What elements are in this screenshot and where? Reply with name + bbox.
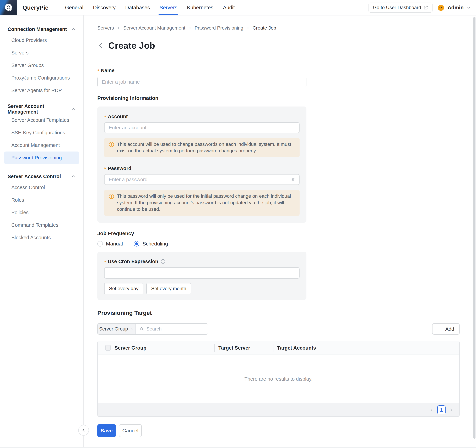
empty-results-text: There are no results to display. xyxy=(244,376,313,382)
sidebar-item-roles[interactable]: Roles xyxy=(0,194,83,206)
table-empty-state: There are no results to display. xyxy=(98,355,459,403)
warning-icon xyxy=(109,194,114,212)
select-all-checkbox[interactable] xyxy=(105,345,111,351)
required-asterisk: * xyxy=(104,114,106,120)
chevron-left-icon xyxy=(81,428,86,433)
chevron-up-icon xyxy=(71,27,76,31)
nav-tab-discovery[interactable]: Discovery xyxy=(93,0,116,15)
required-asterisk: * xyxy=(104,166,106,171)
sidebar-item-servers[interactable]: Servers xyxy=(0,47,83,59)
set-every-month-button[interactable]: Set every month xyxy=(146,283,191,294)
sidebar-item-server-groups[interactable]: Server Groups xyxy=(0,59,83,72)
cancel-button[interactable]: Cancel xyxy=(119,424,142,437)
page-title: Create Job xyxy=(108,40,155,51)
cron-label: * Use Cron Expression xyxy=(104,258,300,265)
provisioning-target-toolbar: Server Group Add xyxy=(97,323,460,335)
radio-scheduling[interactable]: Scheduling xyxy=(134,241,168,247)
sidebar-section-header-server-access-control[interactable]: Server Access Control xyxy=(0,171,83,181)
querypie-logo-icon xyxy=(4,3,13,12)
set-every-day-button[interactable]: Set every day xyxy=(104,283,143,294)
chevron-left-icon xyxy=(97,42,104,50)
column-header-target-server: Target Server xyxy=(214,344,273,352)
search-box xyxy=(136,324,208,334)
breadcrumb-password-provisioning[interactable]: Password Provisioning xyxy=(195,25,243,31)
chevron-right-icon xyxy=(449,407,453,412)
password-visibility-toggle-icon[interactable] xyxy=(290,177,296,182)
provisioning-information-panel: * Account This account will be used to c… xyxy=(97,106,306,223)
window-scrollbar[interactable] xyxy=(473,17,476,439)
target-search-input[interactable] xyxy=(146,326,204,332)
password-input[interactable] xyxy=(104,174,300,185)
password-input-wrap xyxy=(104,174,300,185)
table-select-all-cell xyxy=(98,345,111,351)
querypie-logo[interactable] xyxy=(0,0,17,15)
sidebar-item-policies[interactable]: Policies xyxy=(0,206,83,219)
sidebar: Connection Management Cloud Providers Se… xyxy=(0,16,84,447)
breadcrumb-separator-icon xyxy=(117,26,120,30)
sidebar-item-blocked-accounts[interactable]: Blocked Accounts xyxy=(0,231,83,244)
nav-tab-servers[interactable]: Servers xyxy=(159,0,177,15)
required-asterisk: * xyxy=(104,259,106,265)
provisioning-target-table: Server Group Target Server Target Accoun… xyxy=(97,341,460,417)
pagination-next-button[interactable] xyxy=(449,407,453,412)
header-right-controls: Go to User Dashboard Admin xyxy=(368,3,476,12)
breadcrumb-separator-icon xyxy=(188,26,192,30)
cron-expression-input[interactable] xyxy=(104,267,300,279)
nav-tab-general[interactable]: General xyxy=(65,0,83,15)
sidebar-item-password-provisioning[interactable]: Password Provisioning xyxy=(4,151,79,164)
provisioning-information-heading: Provisioning Information xyxy=(97,95,476,102)
sidebar-item-proxyjump-configurations[interactable]: ProxyJump Configurations xyxy=(0,72,83,84)
sidebar-item-server-agents-for-rdp[interactable]: Server Agents for RDP xyxy=(0,84,83,97)
search-category-select[interactable]: Server Group xyxy=(98,324,136,334)
search-icon xyxy=(140,326,144,331)
breadcrumb-server-account-management[interactable]: Server Account Management xyxy=(123,25,185,31)
pagination-prev-button[interactable] xyxy=(429,407,434,412)
add-target-button[interactable]: Add xyxy=(432,323,460,335)
form-actions: Save Cancel xyxy=(97,424,476,444)
page-title-row: Create Job xyxy=(97,40,476,51)
user-menu[interactable]: Admin xyxy=(437,4,471,11)
table-header-row: Server Group Target Server Target Accoun… xyxy=(98,341,459,355)
account-input[interactable] xyxy=(104,122,300,133)
chevron-left-icon xyxy=(429,407,434,412)
back-button[interactable] xyxy=(97,42,104,50)
target-search-group: Server Group xyxy=(97,323,208,335)
sidebar-section-header-server-account-management[interactable]: Server Account Management xyxy=(0,104,83,114)
column-header-target-accounts: Target Accounts xyxy=(273,344,459,352)
header-divider xyxy=(57,4,57,11)
provisioning-target-heading: Provisioning Target xyxy=(97,310,476,317)
cron-preset-buttons: Set every day Set every month xyxy=(104,283,300,294)
radio-circle-scheduling xyxy=(134,241,139,247)
password-warning: This password will only be used for the … xyxy=(104,190,300,216)
info-icon[interactable] xyxy=(161,259,165,264)
pagination-page-1[interactable]: 1 xyxy=(437,405,446,414)
warning-icon xyxy=(109,142,114,154)
sidebar-section-server-access-control: Server Access Control Access Control Rol… xyxy=(0,171,83,244)
breadcrumb-servers[interactable]: Servers xyxy=(97,25,114,31)
sidebar-section-title: Server Account Management xyxy=(8,103,72,115)
save-button[interactable]: Save xyxy=(97,424,116,437)
nav-tab-audit[interactable]: Audit xyxy=(223,0,235,15)
nav-tab-databases[interactable]: Databases xyxy=(125,0,150,15)
sidebar-section-title: Server Access Control xyxy=(8,174,61,179)
breadcrumb-create-job: Create Job xyxy=(253,25,276,31)
sidebar-item-ssh-key-configurations[interactable]: SSH Key Configurations xyxy=(0,127,83,139)
nav-tab-kubernetes[interactable]: Kubernetes xyxy=(187,0,213,15)
sidebar-section-header-connection-management[interactable]: Connection Management xyxy=(0,24,83,34)
required-asterisk: * xyxy=(97,68,99,74)
sidebar-collapse-button[interactable] xyxy=(78,425,89,436)
chevron-up-icon xyxy=(72,107,76,111)
go-to-user-dashboard-button[interactable]: Go to User Dashboard xyxy=(368,3,432,12)
sidebar-item-cloud-providers[interactable]: Cloud Providers xyxy=(0,34,83,47)
job-name-input[interactable] xyxy=(97,77,306,87)
sidebar-item-account-management[interactable]: Account Management xyxy=(0,139,83,151)
radio-manual[interactable]: Manual xyxy=(97,241,123,247)
sidebar-item-command-templates[interactable]: Command Templates xyxy=(0,219,83,231)
sidebar-item-access-control[interactable]: Access Control xyxy=(0,181,83,194)
job-frequency-options: Manual Scheduling xyxy=(97,241,476,247)
breadcrumb: Servers Server Account Management Passwo… xyxy=(97,25,476,31)
external-link-icon xyxy=(424,5,428,10)
sidebar-item-server-account-templates[interactable]: Server Account Templates xyxy=(0,114,83,127)
account-warning: This account will be used to change pass… xyxy=(104,138,300,157)
avatar xyxy=(437,4,445,11)
